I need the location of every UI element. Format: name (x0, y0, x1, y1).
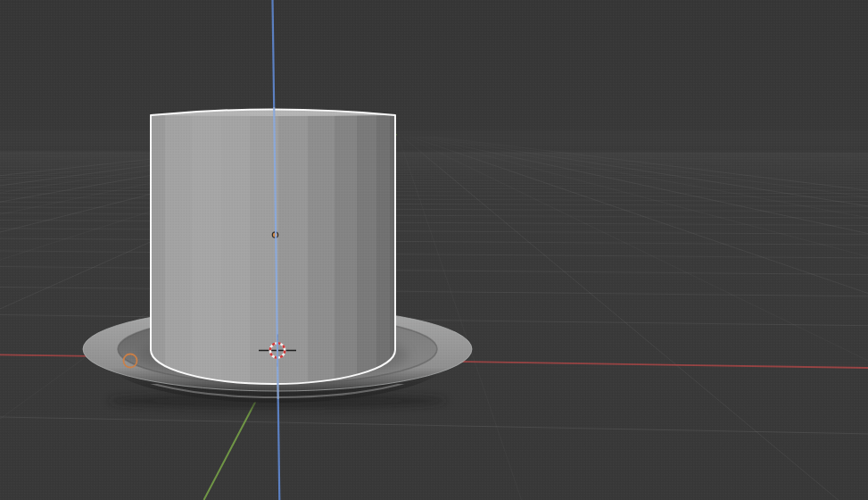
dither-overlay (0, 0, 868, 500)
viewport-3d-canvas[interactable] (0, 0, 868, 500)
viewport[interactable] (0, 0, 868, 500)
